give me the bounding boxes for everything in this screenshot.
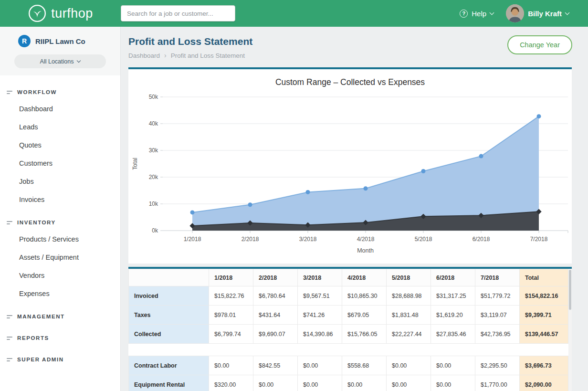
table-cell: $320.00 (209, 375, 253, 391)
table-cell: $558.68 (342, 356, 387, 375)
table-cell: $0.00 (209, 356, 253, 375)
table-cell: $31,317.25 (431, 286, 475, 306)
table-cell: $0.00 (342, 375, 387, 391)
spacer-cell (129, 344, 568, 356)
table-cell: $1,770.00 (475, 375, 520, 391)
sidebar-item-vendors[interactable]: Vendors (0, 266, 120, 285)
main-content: Profit and Loss Statement Dashboard › Pr… (121, 27, 588, 391)
table-cell: $9,690.07 (253, 325, 298, 344)
company-badge: R (18, 35, 31, 47)
turfhop-logo-icon (28, 4, 47, 23)
collected-marker (364, 186, 368, 190)
help-menu[interactable]: ? Help (460, 10, 494, 18)
breadcrumb-current: Profit and Loss Statement (171, 52, 245, 59)
table-cell: $1,831.48 (387, 306, 431, 325)
table-scrollbar-thumb[interactable] (569, 270, 571, 310)
nav-section-inventory[interactable]: INVENTORY (0, 215, 120, 230)
sidebar-item-leads[interactable]: Leads (0, 118, 120, 136)
row-label: Contract Labor (129, 356, 209, 375)
sidebar-item-assets-equipment[interactable]: Assets / Equipment (0, 248, 120, 266)
search-input[interactable] (121, 5, 235, 21)
company-row[interactable]: R RIIPL Lawn Co (0, 35, 120, 54)
nav-section-label: SUPER ADMIN (17, 357, 64, 362)
table-cell: $842.55 (253, 356, 298, 375)
chart-title: Custom Range – Collected vs Expenses (128, 69, 572, 87)
change-year-button[interactable]: Change Year (507, 35, 572, 54)
table-cell: $9,567.51 (298, 286, 342, 306)
table-cell: $22,227.44 (387, 325, 431, 344)
sidebar-item-invoices[interactable]: Invoices (0, 190, 120, 209)
table-scrollbar[interactable] (568, 269, 572, 391)
svg-text:40k: 40k (149, 120, 158, 127)
table-cell: $14,390.86 (298, 325, 342, 344)
table-col-header-5-2018: 5/2018 (387, 269, 431, 286)
top-bar: turfhop ? Help Billy Kraft (0, 0, 588, 27)
table-header-row: 1/20182/20183/20184/20185/20186/20187/20… (129, 269, 568, 286)
page-title: Profit and Loss Statement (128, 36, 572, 47)
svg-text:3/2018: 3/2018 (299, 236, 317, 243)
row-total-cell: $139,446.57 (520, 325, 568, 344)
collected-marker (306, 190, 310, 194)
sidebar-item-expenses[interactable]: Expenses (0, 285, 120, 303)
table-cell: $28,688.98 (387, 286, 431, 306)
nav-section-management[interactable]: MANAGEMENT (0, 309, 120, 324)
chart-svg: 0k10k20k30k40k50k1/20182/20183/20184/201… (128, 87, 572, 255)
nav-section-super-admin[interactable]: SUPER ADMIN (0, 352, 120, 367)
sidebar-item-quotes[interactable]: Quotes (0, 136, 120, 154)
sidebar-nav: WORKFLOWDashboardLeadsQuotesCustomersJob… (0, 75, 120, 367)
sidebar-item-jobs[interactable]: Jobs (0, 172, 120, 190)
table-cell: $42,736.95 (475, 325, 520, 344)
table-corner-header (129, 269, 209, 286)
sidebar: R RIIPL Lawn Co All Locations WORKFLOWDa… (0, 27, 121, 391)
table-cell: $0.00 (298, 356, 342, 375)
table-cell: $6,799.74 (209, 325, 253, 344)
table-cell: $2,295.50 (475, 356, 520, 375)
svg-text:1/2018: 1/2018 (184, 236, 201, 243)
sidebar-item-products-services[interactable]: Products / Services (0, 230, 120, 248)
table-cell: $679.05 (342, 306, 387, 325)
table-cell: $51,779.72 (475, 286, 520, 306)
row-total-cell: $2,090.00 (520, 375, 568, 391)
collected-marker (248, 202, 252, 207)
table-cell: $3,119.07 (475, 306, 520, 325)
svg-text:4/2018: 4/2018 (357, 236, 375, 243)
avatar (506, 4, 524, 22)
collected-marker (190, 210, 195, 214)
sidebar-item-customers[interactable]: Customers (0, 154, 120, 172)
table-col-header-2-2018: 2/2018 (253, 269, 298, 286)
help-label: Help (472, 10, 486, 18)
sidebar-item-dashboard[interactable]: Dashboard (0, 100, 120, 118)
table-col-header-7-2018: 7/2018 (475, 269, 520, 286)
nav-section-workflow[interactable]: WORKFLOW (0, 85, 120, 100)
table-cell: $0.00 (298, 375, 342, 391)
table-cell: $1,619.20 (431, 306, 475, 325)
section-dash-icon (7, 358, 12, 361)
turfhop-logo[interactable]: turfhop (0, 4, 121, 23)
row-label: Equipment Rental (129, 375, 209, 391)
help-icon: ? (460, 10, 468, 18)
svg-text:6/2018: 6/2018 (472, 236, 490, 243)
nav-section-label: WORKFLOW (17, 89, 57, 95)
nav-section-label: INVENTORY (17, 220, 56, 225)
svg-text:30k: 30k (149, 147, 158, 154)
svg-text:50k: 50k (149, 94, 158, 100)
row-label: Invoiced (129, 286, 209, 306)
nav-section-reports[interactable]: REPORTS (0, 330, 120, 346)
locations-dropdown[interactable]: All Locations (14, 54, 106, 68)
chevron-down-icon (77, 59, 81, 63)
collected-marker (537, 114, 541, 118)
section-dash-icon (7, 91, 12, 94)
table-col-header-4-2018: 4/2018 (342, 269, 387, 286)
nav-section-label: REPORTS (17, 335, 49, 341)
table-col-header-total: Total (520, 269, 568, 286)
svg-text:20k: 20k (149, 174, 158, 180)
svg-text:5/2018: 5/2018 (415, 236, 432, 243)
breadcrumb-dashboard[interactable]: Dashboard (128, 52, 160, 59)
svg-text:7/2018: 7/2018 (530, 236, 548, 243)
table-col-header-6-2018: 6/2018 (431, 269, 475, 286)
collected-vs-expenses-chart: 0k10k20k30k40k50k1/20182/20183/20184/201… (128, 87, 572, 257)
row-label: Taxes (129, 306, 209, 325)
table-cell: $27,835.46 (431, 325, 475, 344)
pl-table-card: 1/20182/20183/20184/20185/20186/20187/20… (128, 267, 572, 391)
user-menu[interactable]: Billy Kraft (506, 4, 569, 22)
